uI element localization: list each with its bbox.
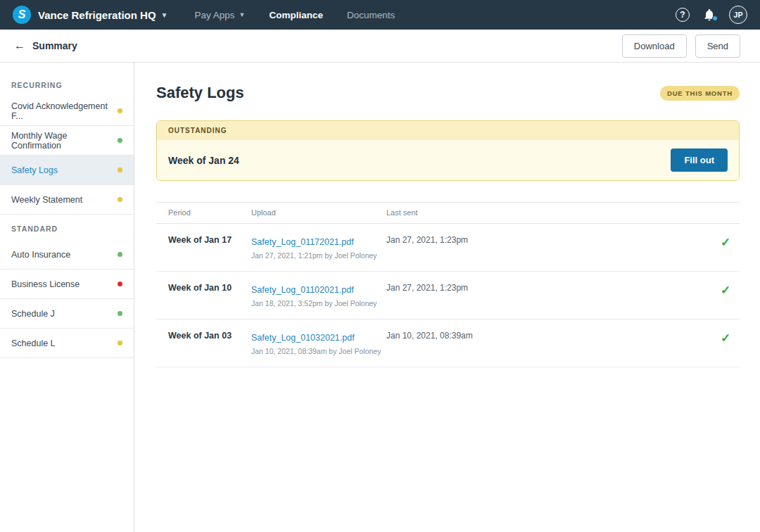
- outstanding-card-header: OUTSTANDING: [157, 121, 739, 140]
- period-cell: Week of Jan 03: [168, 331, 251, 341]
- table-row: Week of Jan 17 Safety_Log_01172021.pdf J…: [156, 224, 740, 272]
- navbar-right: ? JP: [676, 6, 747, 24]
- status-dot-green: [118, 252, 122, 257]
- sidebar-item-safety-logs[interactable]: Safety Logs: [0, 156, 134, 185]
- sidebar-item-covid-acknowledgement[interactable]: Covid Acknowledgement F...: [0, 96, 134, 126]
- period-cell: Week of Jan 17: [168, 235, 251, 245]
- table-header-row: Period Upload Last sent: [156, 202, 740, 224]
- sidebar-item-business-license[interactable]: Business License: [0, 270, 134, 299]
- avatar-initials: JP: [734, 11, 743, 19]
- send-button[interactable]: Send: [695, 34, 740, 58]
- sidebar-item-label: Covid Acknowledgement F...: [11, 101, 118, 121]
- nav-item-label: Compliance: [269, 10, 323, 20]
- sidebar-item-label: Weekly Statement: [11, 195, 82, 205]
- brand-logo-icon: S: [13, 6, 31, 24]
- column-header-status: [711, 208, 740, 217]
- sidebar-section-recurring: RECURRING: [0, 71, 134, 96]
- notifications-bell-icon[interactable]: [702, 8, 716, 22]
- upload-meta: Jan 18, 2021, 3:52pm by Joel Poloney: [251, 299, 386, 308]
- back-arrow-icon: ←: [14, 39, 25, 52]
- help-glyph: ?: [680, 10, 685, 20]
- nav-item-label: Pay Apps: [194, 10, 234, 20]
- file-link[interactable]: Safety_Log_01172021.pdf: [251, 237, 354, 247]
- main-header: Safety Logs DUE THIS MONTH: [156, 84, 740, 102]
- last-sent-cell: Jan 27, 2021, 1:23pm: [386, 283, 711, 293]
- sidebar-item-label: Safety Logs: [11, 165, 58, 175]
- nav-item-pay-apps[interactable]: Pay Apps ▼: [194, 10, 245, 20]
- file-link[interactable]: Safety_Log_01032021.pdf: [251, 333, 355, 343]
- period-cell: Week of Jan 10: [168, 283, 251, 293]
- user-avatar[interactable]: JP: [729, 6, 747, 24]
- sidebar-item-label: Monthly Wage Confirmation: [11, 131, 118, 151]
- upload-meta: Jan 10, 2021, 08:39am by Joel Poloney: [251, 347, 386, 355]
- sidebar-item-monthly-wage-confirmation[interactable]: Monthly Wage Confirmation: [0, 126, 134, 156]
- primary-nav: Pay Apps ▼ Compliance Documents: [194, 10, 395, 20]
- page-title: Safety Logs: [156, 84, 244, 102]
- upload-cell: Safety_Log_01102021.pdf Jan 18, 2021, 3:…: [251, 283, 386, 308]
- nav-item-label: Documents: [347, 10, 395, 20]
- status-dot-green: [118, 311, 122, 316]
- documents-sidebar: RECURRING Covid Acknowledgement F... Mon…: [0, 63, 134, 532]
- company-name: Vance Refrigeration HQ: [38, 9, 156, 21]
- column-header-upload: Upload: [251, 208, 386, 217]
- page-subheader: ← Summary Download Send: [0, 30, 760, 63]
- status-dot-green: [118, 138, 122, 143]
- column-header-period: Period: [168, 208, 251, 217]
- sidebar-item-label: Schedule L: [11, 338, 56, 348]
- sidebar-item-label: Auto Insurance: [11, 250, 70, 260]
- main-content: Safety Logs DUE THIS MONTH OUTSTANDING W…: [134, 63, 760, 532]
- upload-meta: Jan 27, 2021, 1:21pm by Joel Poloney: [251, 251, 386, 260]
- chevron-down-icon: ▼: [239, 11, 246, 18]
- status-dot-yellow: [118, 341, 122, 346]
- download-button[interactable]: Download: [622, 34, 687, 58]
- status-dot-red: [118, 281, 122, 286]
- chevron-down-icon: ▼: [161, 11, 168, 19]
- sidebar-item-schedule-j[interactable]: Schedule J: [0, 299, 134, 329]
- outstanding-period: Week of Jan 24: [168, 155, 239, 166]
- upload-cell: Safety_Log_01032021.pdf Jan 10, 2021, 08…: [251, 331, 386, 355]
- sent-check-icon: ✓: [711, 283, 740, 298]
- column-header-last-sent: Last sent: [386, 208, 711, 217]
- back-to-summary[interactable]: ← Summary: [14, 39, 77, 52]
- status-dot-yellow: [118, 108, 122, 113]
- subheader-actions: Download Send: [622, 34, 740, 58]
- help-icon[interactable]: ?: [676, 8, 690, 22]
- content-layout: RECURRING Covid Acknowledgement F... Mon…: [0, 63, 760, 532]
- due-this-month-badge: DUE THIS MONTH: [660, 86, 740, 101]
- table-row: Week of Jan 03 Safety_Log_01032021.pdf J…: [156, 319, 740, 367]
- table-row: Week of Jan 10 Safety_Log_01102021.pdf J…: [156, 272, 740, 319]
- sidebar-item-label: Business License: [11, 279, 80, 289]
- company-switcher[interactable]: Vance Refrigeration HQ ▼: [38, 9, 167, 21]
- sidebar-section-standard: STANDARD: [0, 215, 134, 240]
- sidebar-item-weekly-statement[interactable]: Weekly Statement: [0, 185, 134, 215]
- safety-logs-table: Period Upload Last sent Week of Jan 17 S…: [156, 202, 740, 367]
- status-dot-yellow: [118, 197, 122, 202]
- top-navbar: S Vance Refrigeration HQ ▼ Pay Apps ▼ Co…: [0, 0, 760, 30]
- upload-cell: Safety_Log_01172021.pdf Jan 27, 2021, 1:…: [251, 235, 386, 260]
- last-sent-cell: Jan 27, 2021, 1:23pm: [386, 235, 711, 245]
- file-link[interactable]: Safety_Log_01102021.pdf: [251, 285, 354, 295]
- back-label: Summary: [32, 40, 77, 51]
- nav-item-documents[interactable]: Documents: [347, 10, 395, 20]
- outstanding-card-body: Week of Jan 24 Fill out: [157, 140, 739, 180]
- sidebar-item-auto-insurance[interactable]: Auto Insurance: [0, 240, 134, 270]
- sidebar-item-schedule-l[interactable]: Schedule L: [0, 329, 134, 358]
- sent-check-icon: ✓: [711, 235, 740, 250]
- nav-item-compliance[interactable]: Compliance: [269, 10, 323, 20]
- sent-check-icon: ✓: [711, 331, 740, 346]
- brand-logo-letter: S: [18, 8, 26, 21]
- notification-dot: [712, 15, 718, 21]
- outstanding-card: OUTSTANDING Week of Jan 24 Fill out: [156, 120, 740, 181]
- sidebar-item-label: Schedule J: [11, 309, 55, 319]
- last-sent-cell: Jan 10, 2021, 08:39am: [386, 331, 711, 341]
- fill-out-button[interactable]: Fill out: [671, 148, 728, 172]
- status-dot-yellow: [118, 167, 122, 172]
